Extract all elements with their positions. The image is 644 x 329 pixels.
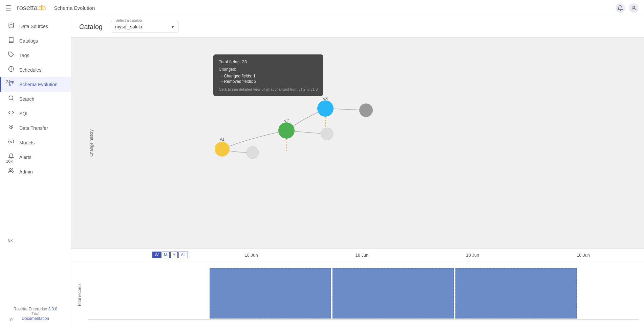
schema-evolution-graph[interactable]: v1 v2 v3 xyxy=(78,44,637,180)
chart-bar-3[interactable] xyxy=(455,268,577,319)
logo-db: db xyxy=(38,4,46,12)
catalog-title: Catalog xyxy=(79,23,103,31)
chart-inner: 32k 24k 16k 8k 0 xyxy=(88,265,639,325)
timeline-dates: 18 Jun 18 Jun 18 Jun 18 Jun xyxy=(196,253,639,258)
node-v1[interactable] xyxy=(215,142,230,157)
chart-bar-2[interactable] xyxy=(332,268,454,319)
topbar: ☰ rosettadb Schema Evolution xyxy=(0,0,644,16)
filter-week-button[interactable]: W xyxy=(152,252,161,258)
sidebar-label: Data Transfer xyxy=(19,125,48,131)
catalog-header: Catalog Select a catalog mysql_sakila po… xyxy=(71,16,644,38)
timeline-date-2: 18 Jun xyxy=(355,253,368,258)
sidebar-label: Schema Evolution xyxy=(19,82,58,87)
trial-label: Trial xyxy=(7,311,64,316)
svg-text:v1: v1 xyxy=(220,137,224,142)
svg-text:v3: v3 xyxy=(323,96,328,101)
notification-bell-icon[interactable] xyxy=(616,3,625,13)
timeline-filters: W M Y All xyxy=(152,252,188,258)
node-v3-2[interactable] xyxy=(359,103,373,117)
sidebar-label: Data Sources xyxy=(19,24,48,29)
menu-icon[interactable]: ☰ xyxy=(5,4,12,12)
filter-all-button[interactable]: All xyxy=(178,252,188,258)
sidebar-label: Admin xyxy=(19,169,33,174)
main-content: Catalog Select a catalog mysql_sakila po… xyxy=(71,16,644,329)
version-number: 3.0.0 xyxy=(48,307,58,311)
filter-year-button[interactable]: Y xyxy=(170,252,178,258)
timeline-date-1: 18 Jun xyxy=(245,253,258,258)
node-v3[interactable] xyxy=(317,100,334,117)
catalog-select[interactable]: mysql_sakila postgres_db oracle_db xyxy=(111,21,178,32)
sidebar-label: Search xyxy=(19,96,34,102)
catalog-select-wrapper: Select a catalog mysql_sakila postgres_d… xyxy=(111,21,178,32)
graph-y-axis-label: Change history xyxy=(89,130,94,157)
sidebar-label: Alerts xyxy=(19,155,31,160)
sidebar-label: Models xyxy=(19,140,35,145)
chart-area: Total records 32k 24k 16k 8k 0 xyxy=(71,261,644,329)
brand-name: Rosetta Enterprise xyxy=(14,307,47,311)
catalog-select-label: Select a catalog xyxy=(114,18,143,22)
node-v2[interactable] xyxy=(278,122,295,139)
node-v1-ghost[interactable] xyxy=(246,146,259,159)
layout: Data Sources Catalogs Tags Schedules Sch… xyxy=(0,16,644,329)
topbar-right xyxy=(616,3,639,13)
filter-month-button[interactable]: M xyxy=(162,252,170,258)
node-v2-ghost[interactable] xyxy=(321,128,333,140)
svg-text:v2: v2 xyxy=(284,118,289,123)
logo-rosetta: rosetta xyxy=(17,4,38,12)
documentation-link[interactable]: Documentation xyxy=(22,316,49,321)
page-title: Schema Evolution xyxy=(54,5,95,11)
logo: rosettadb xyxy=(17,4,46,12)
graph-area: Change history Total fields: 23 Changes:… xyxy=(71,38,644,249)
chart-bar-1[interactable] xyxy=(210,268,331,319)
sidebar-label: Catalogs xyxy=(19,38,38,44)
sidebar-label: SQL xyxy=(19,111,29,116)
chart-y-label: Total records xyxy=(71,265,88,325)
timeline-date-3: 18 Jun xyxy=(466,253,479,258)
user-avatar-icon[interactable] xyxy=(629,3,639,13)
svg-point-0 xyxy=(633,6,635,8)
timeline-bar: W M Y All 18 Jun 18 Jun 18 Jun 18 Jun xyxy=(71,249,644,261)
sidebar-label: Schedules xyxy=(19,67,41,73)
timeline-date-4: 18 Jun xyxy=(577,253,590,258)
sidebar-label: Tags xyxy=(19,53,29,58)
version-link[interactable]: 3.0.0 xyxy=(48,307,58,311)
